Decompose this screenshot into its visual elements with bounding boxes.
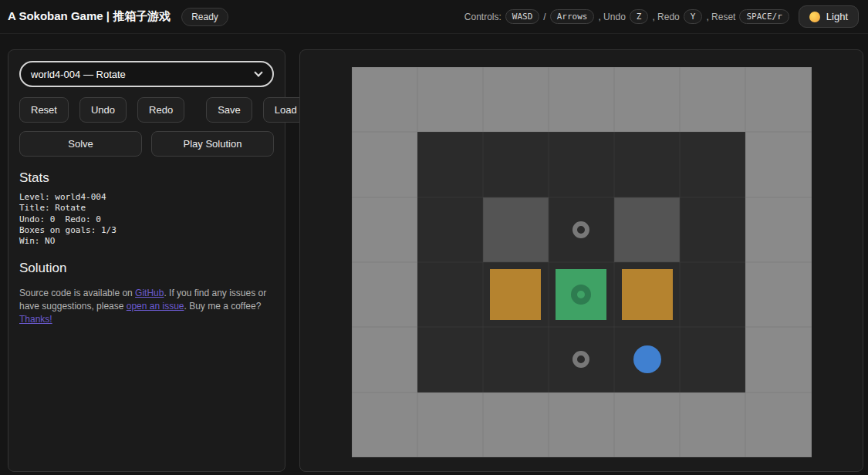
cell-floor <box>417 262 483 327</box>
cell-floor <box>417 197 483 262</box>
cell-outside <box>680 67 745 132</box>
stats-heading: Stats <box>19 170 274 186</box>
cell-outside <box>417 67 483 132</box>
arrows-key-badge: Arrows <box>550 9 595 24</box>
cell-floor <box>417 327 483 392</box>
controls-separator: / <box>543 12 545 22</box>
footer-text-3: . Buy me a coffee? <box>184 301 262 312</box>
cell-outside <box>417 392 483 457</box>
undo-key-badge: Z <box>630 9 649 24</box>
box-icon <box>490 269 541 320</box>
cell-box <box>483 262 549 327</box>
footer-note: Source code is available on GitHub. If y… <box>19 287 274 325</box>
cell-floor <box>549 132 614 197</box>
cell-goal <box>549 327 614 392</box>
play-solution-button[interactable]: Play Solution <box>151 131 274 157</box>
theme-toggle-button[interactable]: Light <box>799 5 859 28</box>
app-title: A Sokoban Game | 推箱子游戏 <box>8 9 171 24</box>
cell-outside <box>549 392 614 457</box>
stat-level: Level: world4-004 <box>19 192 274 203</box>
undo-button[interactable]: Undo <box>79 97 127 123</box>
level-select-value: world4-004 — Rotate <box>31 69 126 80</box>
goal-icon <box>572 221 589 238</box>
cell-goal <box>549 197 614 262</box>
level-select[interactable]: world4-004 — Rotate <box>19 61 274 87</box>
cell-player <box>614 327 680 392</box>
status-badge: Ready <box>181 8 228 26</box>
controls-hint: Controls: WASD / Arrows , Undo Z , Redo … <box>464 9 789 24</box>
cell-floor <box>483 327 549 392</box>
cell-outside <box>352 67 417 132</box>
cell-floor <box>483 132 549 197</box>
cell-outside <box>352 197 417 262</box>
controls-label: Controls: <box>464 12 502 22</box>
cell-outside <box>483 392 549 457</box>
goal-icon <box>572 351 589 368</box>
github-link[interactable]: GitHub <box>135 288 164 298</box>
cell-outside <box>745 262 811 327</box>
redo-key-badge: Y <box>684 9 703 24</box>
cell-outside <box>745 392 811 457</box>
cell-outside <box>483 67 549 132</box>
toolbar-row-1: Reset Undo Redo Save Load <box>19 97 274 123</box>
thanks-link[interactable]: Thanks! <box>19 314 52 325</box>
game-board[interactable] <box>352 67 812 457</box>
cell-outside <box>614 392 680 457</box>
solve-button[interactable]: Solve <box>19 131 142 157</box>
solution-heading: Solution <box>19 261 274 276</box>
chevron-down-icon <box>254 68 262 76</box>
redo-button[interactable]: Redo <box>137 97 184 123</box>
cell-floor <box>680 132 745 197</box>
reset-button[interactable]: Reset <box>19 97 69 123</box>
main: world4-004 — Rotate Reset Undo Redo Save… <box>0 34 868 472</box>
cell-outside <box>352 392 417 457</box>
footer-text-1: Source code is available on <box>19 288 135 298</box>
header-right: Controls: WASD / Arrows , Undo Z , Redo … <box>464 5 859 28</box>
stats-block: Level: world4-004 Title: Rotate Undo: 0 … <box>19 192 274 247</box>
app: A Sokoban Game | 推箱子游戏 Ready Controls: W… <box>0 0 868 472</box>
cell-floor <box>680 327 745 392</box>
undo-label: , Undo <box>598 12 625 22</box>
stat-title: Title: Rotate <box>19 203 274 214</box>
stat-win: Win: NO <box>19 236 274 247</box>
goal-ring-icon <box>571 285 591 305</box>
cell-outside <box>745 132 811 197</box>
sun-icon <box>809 12 820 22</box>
redo-label: , Redo <box>652 12 679 22</box>
player-icon <box>633 345 661 373</box>
toolbar-row-2: Solve Play Solution <box>19 131 274 157</box>
cell-floor <box>680 197 745 262</box>
save-button[interactable]: Save <box>206 97 252 123</box>
box-on-goal-icon <box>556 269 606 320</box>
open-issue-link[interactable]: open an issue <box>127 301 184 312</box>
cell-wall <box>483 197 549 262</box>
box-icon <box>622 269 673 320</box>
cell-outside <box>745 67 811 132</box>
cell-floor <box>417 132 483 197</box>
theme-toggle-label: Light <box>826 11 848 22</box>
stat-undo-redo: Undo: 0 Redo: 0 <box>19 214 274 225</box>
sidebar-panel: world4-004 — Rotate Reset Undo Redo Save… <box>8 49 285 472</box>
cell-outside <box>745 197 811 262</box>
reset-key-badge: SPACE/r <box>739 9 789 24</box>
cell-outside <box>549 67 614 132</box>
reset-label: , Reset <box>706 12 735 22</box>
game-panel <box>299 49 863 472</box>
cell-outside <box>352 262 417 327</box>
cell-box-on-goal <box>549 262 614 327</box>
header: A Sokoban Game | 推箱子游戏 Ready Controls: W… <box>0 0 868 34</box>
cell-wall <box>614 197 680 262</box>
wasd-key-badge: WASD <box>505 9 540 24</box>
cell-outside <box>614 67 680 132</box>
cell-outside <box>680 392 745 457</box>
stat-boxes-on-goals: Boxes on goals: 1/3 <box>19 225 274 236</box>
cell-box <box>614 262 680 327</box>
cell-outside <box>352 132 417 197</box>
cell-outside <box>745 327 811 392</box>
cell-floor <box>614 132 680 197</box>
cell-floor <box>680 262 745 327</box>
cell-outside <box>352 327 417 392</box>
